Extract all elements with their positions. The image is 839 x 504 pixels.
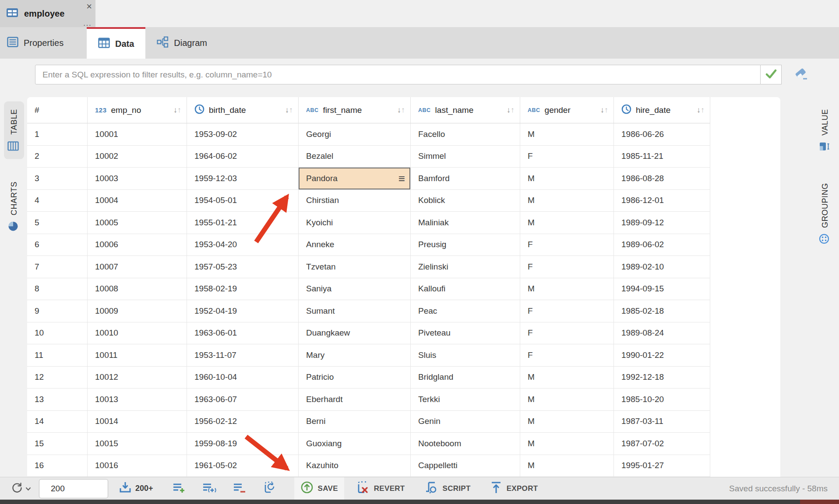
refresh-button[interactable] bbox=[8, 479, 34, 498]
grid-cell[interactable]: Piveteau bbox=[411, 322, 520, 345]
clear-filter-button[interactable] bbox=[791, 65, 811, 84]
sort-icon[interactable]: ↓↑ bbox=[507, 105, 515, 115]
grid-cell[interactable]: 1957-05-23 bbox=[187, 256, 299, 278]
row-number-cell[interactable]: 12 bbox=[27, 367, 88, 389]
revert-button[interactable]: REVERT bbox=[350, 477, 411, 500]
grid-cell[interactable]: 10014 bbox=[88, 411, 187, 433]
row-number-cell[interactable]: 14 bbox=[27, 411, 88, 433]
grid-cell[interactable]: 1959-12-03 bbox=[187, 168, 299, 190]
script-button[interactable]: SCRIPT bbox=[418, 477, 477, 500]
sort-icon[interactable]: ↓↑ bbox=[697, 105, 705, 115]
row-number-cell[interactable]: 13 bbox=[27, 388, 88, 411]
column-header-emp-no[interactable]: 123 emp_no ↓↑ bbox=[88, 97, 187, 123]
grid-cell[interactable]: 10015 bbox=[88, 433, 187, 455]
row-number-cell[interactable]: 3 bbox=[27, 168, 88, 190]
row-number-cell[interactable]: 2 bbox=[27, 146, 88, 168]
grid-cell[interactable]: Sluis bbox=[411, 344, 520, 367]
sort-icon[interactable]: ↓↑ bbox=[600, 105, 608, 115]
grid-cell[interactable]: 1956-02-12 bbox=[187, 411, 299, 433]
grid-cell[interactable]: 10001 bbox=[88, 123, 187, 146]
grid-cell[interactable]: Koblick bbox=[411, 190, 520, 212]
row-number-cell[interactable]: 6 bbox=[27, 234, 88, 256]
grid-cell[interactable]: 1958-02-19 bbox=[187, 278, 299, 301]
column-header-first-name[interactable]: ABC first_name ↓↑ bbox=[299, 97, 411, 123]
sort-icon[interactable]: ↓↑ bbox=[397, 105, 405, 115]
grid-cell[interactable]: Zielinski bbox=[411, 256, 520, 278]
column-header-birth-date[interactable]: birth_date ↓↑ bbox=[187, 97, 299, 123]
grid-cell[interactable]: M bbox=[520, 212, 614, 234]
save-button[interactable]: SAVE bbox=[294, 477, 344, 500]
grid-cell[interactable]: 1953-09-02 bbox=[187, 123, 299, 146]
grid-cell[interactable]: F bbox=[520, 234, 614, 256]
sort-icon[interactable]: ↓↑ bbox=[285, 105, 293, 115]
grid-cell[interactable]: Eberhardt bbox=[299, 388, 411, 411]
row-number-cell[interactable]: 4 bbox=[27, 190, 88, 212]
presentation-tab-table[interactable]: TABLE bbox=[4, 102, 24, 159]
grid-cell[interactable]: Kazuhito bbox=[299, 455, 411, 477]
row-number-cell[interactable]: 9 bbox=[27, 300, 88, 322]
grid-cell[interactable]: Bezalel bbox=[299, 146, 411, 168]
refresh-document-button[interactable] bbox=[260, 479, 278, 498]
grid-cell[interactable]: Saniya bbox=[299, 278, 411, 301]
duplicate-row-button[interactable] bbox=[200, 479, 219, 498]
grid-cell[interactable]: 1955-01-21 bbox=[187, 212, 299, 234]
grid-cell[interactable]: 1963-06-01 bbox=[187, 322, 299, 345]
row-number-cell[interactable]: 11 bbox=[27, 344, 88, 367]
export-button[interactable]: EXPORT bbox=[484, 477, 544, 500]
row-number-cell[interactable]: 10 bbox=[27, 322, 88, 345]
delete-row-button[interactable] bbox=[230, 479, 249, 498]
grid-cell[interactable]: 1963-06-07 bbox=[187, 388, 299, 411]
grid-cell[interactable]: Maliniak bbox=[411, 212, 520, 234]
grid-cell[interactable]: 1960-10-04 bbox=[187, 367, 299, 389]
grid-cell[interactable]: 1989-08-24 bbox=[614, 322, 710, 345]
grid-cell[interactable]: Genin bbox=[411, 411, 520, 433]
grid-cell[interactable]: 1992-12-18 bbox=[614, 367, 710, 389]
grid-cell[interactable]: M bbox=[520, 433, 614, 455]
fetch-more-button[interactable]: 200+ bbox=[114, 481, 158, 496]
grid-cell[interactable]: 10016 bbox=[88, 455, 187, 477]
row-number-cell[interactable]: 5 bbox=[27, 212, 88, 234]
grid-cell[interactable]: 1994-09-15 bbox=[614, 278, 710, 301]
grid-cell[interactable]: Simmel bbox=[411, 146, 520, 168]
grid-cell[interactable]: Chirstian bbox=[299, 190, 411, 212]
grid-cell[interactable]: M bbox=[520, 388, 614, 411]
grid-cell[interactable]: 1989-06-02 bbox=[614, 234, 710, 256]
panel-tab-value[interactable]: VALUE bbox=[814, 102, 835, 159]
grid-cell[interactable]: Cappelletti bbox=[411, 455, 520, 477]
grid-cell[interactable]: M bbox=[520, 367, 614, 389]
grid-cell[interactable]: F bbox=[520, 344, 614, 367]
grid-cell[interactable]: 1986-12-01 bbox=[614, 190, 710, 212]
grid-cell[interactable]: 10010 bbox=[88, 322, 187, 345]
add-row-button[interactable] bbox=[170, 479, 188, 498]
grid-cell[interactable]: 1986-06-26 bbox=[614, 123, 710, 146]
grid-cell[interactable]: Georgi bbox=[299, 123, 411, 146]
grid-cell[interactable]: Peac bbox=[411, 300, 520, 322]
grid-cell[interactable]: 1989-09-12 bbox=[614, 212, 710, 234]
grid-cell[interactable]: 10008 bbox=[88, 278, 187, 301]
apply-filter-button[interactable] bbox=[761, 65, 782, 84]
grid-cell[interactable]: Pandora≡ bbox=[299, 168, 411, 190]
grid-cell[interactable]: 10012 bbox=[88, 367, 187, 389]
grid-cell[interactable]: M bbox=[520, 278, 614, 301]
grid-cell[interactable]: F bbox=[520, 322, 614, 345]
grid-cell[interactable]: M bbox=[520, 190, 614, 212]
grid-cell[interactable]: 1985-02-18 bbox=[614, 300, 710, 322]
grid-cell[interactable]: Patricio bbox=[299, 367, 411, 389]
row-number-cell[interactable]: 1 bbox=[27, 123, 88, 146]
grid-cell[interactable]: 1964-06-02 bbox=[187, 146, 299, 168]
sort-icon[interactable]: ↓↑ bbox=[173, 105, 181, 115]
grid-cell[interactable]: 10002 bbox=[88, 146, 187, 168]
grid-cell[interactable]: Berni bbox=[299, 411, 411, 433]
grid-cell[interactable]: Sumant bbox=[299, 300, 411, 322]
tab-data[interactable]: Data bbox=[87, 27, 145, 59]
editor-tab-employee[interactable]: employee × … bbox=[0, 0, 95, 27]
grid-cell[interactable]: Preusig bbox=[411, 234, 520, 256]
grid-cell[interactable]: F bbox=[520, 146, 614, 168]
grid-cell[interactable]: 10011 bbox=[88, 344, 187, 367]
grid-cell[interactable]: Terkki bbox=[411, 388, 520, 411]
grid-cell[interactable]: M bbox=[520, 411, 614, 433]
cell-menu-icon[interactable]: ≡ bbox=[398, 174, 405, 183]
grid-cell[interactable]: 10013 bbox=[88, 388, 187, 411]
grid-cell[interactable]: 10004 bbox=[88, 190, 187, 212]
grid-cell[interactable]: M bbox=[520, 123, 614, 146]
